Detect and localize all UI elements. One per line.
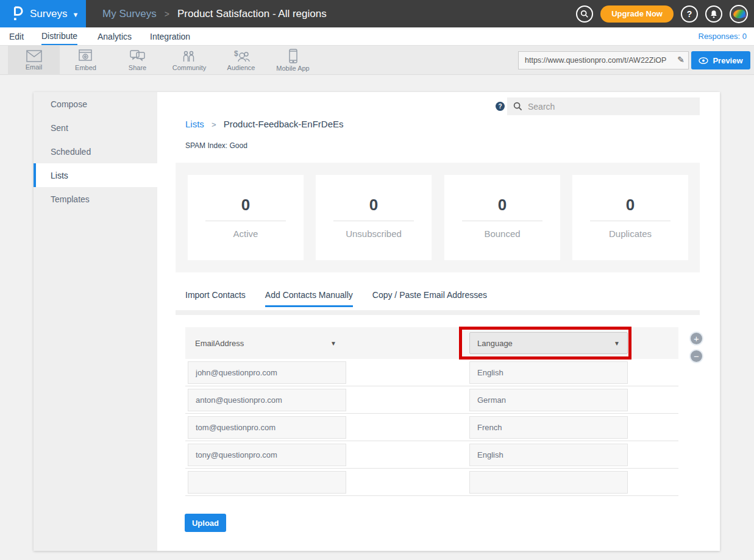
remove-row-button[interactable]: − [689,349,703,363]
sidebar-item-compose[interactable]: Compose [34,92,157,116]
language-input[interactable] [469,416,628,439]
stat-value: 0 [316,196,432,214]
language-column-select[interactable]: Language ▼ [469,332,628,354]
sidebar-item-templates[interactable]: Templates [34,187,157,211]
tab-copy-paste-email-addresses[interactable]: Copy / Paste Email Addresses [372,290,487,307]
divider [462,221,542,221]
edit-url-pencil-icon[interactable]: ✎ [677,55,685,65]
stat-label: Active [188,229,304,239]
breadcrumb-my-surveys[interactable]: My Surveys [102,8,157,20]
upgrade-now-button[interactable]: Upgrade Now [600,5,674,23]
toolbar-item-email[interactable]: Email [8,46,60,75]
community-icon [182,49,197,63]
divider [205,221,286,221]
search-box [507,97,700,115]
contact-row [185,414,678,441]
survey-nav: Edit Distribute Analytics Integration Re… [0,27,754,46]
survey-url-input[interactable] [518,51,689,69]
stat-value: 0 [444,196,560,214]
tab-distribute[interactable]: Distribute [41,27,77,45]
content-card: Compose Sent Scheduled Lists Templates ?… [34,92,720,551]
preview-button[interactable]: Preview [691,51,750,69]
sidebar-item-lists[interactable]: Lists [34,163,157,187]
list-breadcrumb: Lists > Product-Feedback-EnFrDeEs [185,119,344,129]
stat-value: 0 [572,196,688,214]
list-stats-panel: 0 Active 0 Unsubscribed 0 Bounced 0 Dupl… [176,163,700,272]
contact-row [185,386,678,414]
stat-label: Duplicates [572,229,688,239]
toolbar-item-label: Email [26,63,43,71]
notifications-bell-icon[interactable] [705,5,722,23]
toolbar-item-share[interactable]: Share [112,46,163,75]
email-input[interactable] [188,416,346,439]
distribute-toolbar: Email Embed Share Community $ Audience M… [0,46,754,75]
toolbar-item-mobile-app[interactable]: Mobile App [267,46,319,75]
stat-card-bounced: 0 Bounced [444,175,560,260]
chevron-down-icon: ▼ [330,340,336,347]
audience-icon: $ [233,49,250,63]
spam-index-value: Good [229,141,247,150]
help-icon[interactable]: ? [681,5,698,23]
responses-count[interactable]: Responses: 0 [699,27,747,45]
preview-label: Preview [713,56,742,65]
top-bar: Surveys ▼ My Surveys > Product Satisfact… [0,0,754,27]
language-input[interactable] [469,471,628,494]
help-icon[interactable]: ? [496,102,505,111]
tab-integration[interactable]: Integration [150,27,190,45]
toolbar-item-label: Share [129,64,146,71]
app-menu[interactable]: Surveys ▼ [0,0,86,27]
tab-add-contacts-manually[interactable]: Add Contacts Manually [265,290,353,307]
email-input[interactable] [188,444,346,466]
email-column-select[interactable]: EmailAddress ▼ [188,332,344,354]
contact-row-empty [185,469,678,496]
language-input[interactable] [469,361,628,384]
language-column-select-value: Language [477,339,513,348]
stat-card-duplicates: 0 Duplicates [572,175,688,260]
chevron-right-icon: > [165,9,169,19]
email-input[interactable] [188,361,346,384]
user-avatar[interactable] [730,5,748,23]
eye-icon [699,57,708,64]
search-input[interactable] [528,102,686,112]
email-input[interactable] [188,471,346,494]
add-row-button[interactable]: + [689,331,703,346]
upload-button[interactable]: Upload [185,514,226,532]
email-icon [26,50,42,62]
stat-card-active: 0 Active [188,175,304,260]
stat-value: 0 [188,196,304,214]
sidebar-item-scheduled[interactable]: Scheduled [34,140,157,163]
toolbar-item-label: Embed [75,64,96,71]
chevron-down-icon: ▼ [72,11,79,18]
tab-separator-strip [176,310,700,315]
stat-label: Bounced [444,229,560,239]
language-input[interactable] [469,389,628,411]
toolbar-item-embed[interactable]: Embed [60,46,112,75]
language-input[interactable] [469,444,628,466]
toolbar-item-audience[interactable]: $ Audience [215,46,267,75]
search-icon[interactable] [576,5,593,23]
embed-icon [79,49,93,63]
breadcrumb: My Surveys > Product Satisfaction - All … [102,0,327,27]
contacts-tabs: Import Contacts Add Contacts Manually Co… [185,290,487,307]
contact-row [185,359,678,386]
column-mapping-row: EmailAddress ▼ Language ▼ [185,327,678,359]
toolbar-item-label: Community [172,64,207,71]
stat-card-unsubscribed: 0 Unsubscribed [316,175,432,260]
sidebar-item-sent[interactable]: Sent [34,116,157,140]
svg-text:$: $ [234,49,238,58]
breadcrumb-list-name: Product-Feedback-EnFrDeEs [224,119,344,129]
toolbar-item-community[interactable]: Community [163,46,215,75]
tab-analytics[interactable]: Analytics [98,27,132,45]
spam-index-label: SPAM Index: [185,141,227,150]
app-menu-label: Surveys [30,8,67,20]
toolbar-item-label: Mobile App [276,65,309,72]
contact-row [185,441,678,469]
email-input[interactable] [188,389,346,411]
tab-edit[interactable]: Edit [9,27,24,45]
tab-import-contacts[interactable]: Import Contacts [185,290,246,307]
questionpro-logo-icon [11,5,24,23]
breadcrumb-lists-link[interactable]: Lists [185,119,204,129]
chevron-down-icon: ▼ [614,340,620,347]
divider [333,221,414,221]
email-column-select-value: EmailAddress [195,339,244,348]
